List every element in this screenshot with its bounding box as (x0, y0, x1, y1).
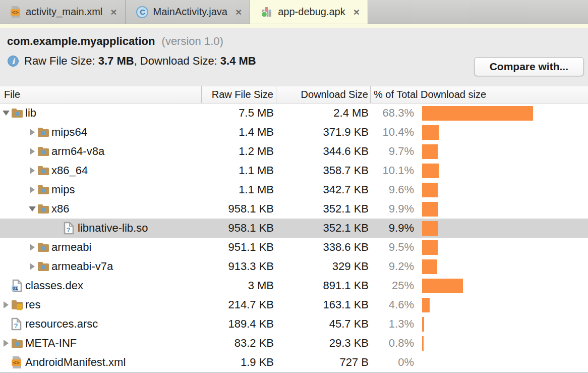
row-AndroidManifest.xml[interactable]: <>AndroidManifest.xml1.9 KB727 B0% (0, 353, 588, 372)
unknown-file-icon: ? (64, 222, 78, 235)
percent-bar-cell (418, 276, 588, 295)
percent-bar (422, 164, 439, 178)
expand-toggle-icon[interactable] (28, 148, 36, 155)
raw-file-size: 951.1 KB (202, 241, 276, 254)
percent-of-total: 68.3% (371, 106, 418, 120)
tab-app-debug.apk[interactable]: app-debug.apk× (250, 0, 368, 24)
expand-toggle-icon[interactable] (28, 186, 36, 193)
raw-size-value: 3.7 MB (98, 55, 134, 67)
file-table-body: lib7.5 MB2.4 MB68.3%mips641.4 MB371.9 KB… (0, 103, 588, 373)
column-header-file[interactable]: File (0, 86, 202, 103)
file-name: x86 (51, 202, 69, 216)
expand-toggle-icon[interactable] (2, 340, 10, 347)
expand-toggle-icon[interactable] (28, 263, 36, 270)
file-name: mips64 (51, 126, 87, 139)
raw-file-size: 1.9 KB (202, 356, 276, 369)
row-mips[interactable]: mips1.1 MB342.7 KB9.6% (0, 180, 588, 199)
file-cell: lib (0, 106, 202, 120)
column-header-download-size[interactable]: Download Size (276, 86, 371, 103)
tree-indent (0, 151, 28, 152)
file-cell: armeabi (0, 241, 202, 254)
apk-header-panel: com.example.myapplication (version 1.0) … (0, 28, 588, 86)
percent-of-total: 4.6% (371, 298, 418, 311)
file-cell: mips64 (0, 126, 202, 139)
raw-file-size: 913.3 KB (202, 260, 276, 273)
expand-toggle-icon[interactable] (28, 167, 36, 174)
download-size: 344.6 KB (276, 145, 371, 158)
svg-text:?: ? (67, 226, 71, 234)
xml-file-icon: <> (11, 356, 25, 369)
tree-indent (0, 324, 2, 325)
file-cell: mips (0, 183, 202, 196)
percent-of-total: 1.3% (371, 317, 418, 331)
percent-bar-cell (418, 295, 588, 314)
raw-file-size: 214.7 KB (202, 298, 276, 311)
file-name: libnative-lib.so (78, 222, 148, 235)
column-header-raw-file-size[interactable]: Raw File Size (202, 86, 276, 103)
row-mips64[interactable]: mips641.4 MB371.9 KB10.4% (0, 123, 588, 142)
download-size: 338.6 KB (276, 241, 371, 254)
percent-bar (422, 221, 438, 236)
percent-of-total: 9.2% (371, 260, 418, 273)
row-libnative-lib.so[interactable]: ?libnative-lib.so958.1 KB352.1 KB9.9% (0, 219, 588, 238)
percent-bar-cell (418, 219, 588, 238)
raw-file-size: 1.1 MB (202, 164, 276, 177)
tab-activity_main.xml[interactable]: <>activity_main.xml× (0, 0, 126, 24)
triangle-right-icon (30, 129, 35, 136)
file-name: mips (51, 183, 75, 196)
row-armeabi-v7a[interactable]: armeabi-v7a913.3 KB329 KB9.2% (0, 257, 588, 276)
folder-icon (37, 242, 51, 253)
raw-file-size: 958.1 KB (202, 222, 276, 235)
row-res[interactable]: res214.7 KB163.1 KB4.6% (0, 295, 588, 314)
percent-bar (422, 336, 424, 351)
percent-of-total: 10.4% (371, 126, 418, 139)
download-size: 371.9 KB (276, 126, 371, 139)
row-x86_64[interactable]: x86_641.1 MB358.7 KB10.1% (0, 161, 588, 180)
percent-bar-cell (418, 314, 588, 334)
expand-toggle-icon[interactable] (2, 301, 10, 308)
download-size: 342.7 KB (276, 183, 371, 196)
folder-icon (37, 146, 51, 157)
percent-of-total: 0.8% (371, 337, 418, 350)
download-size: 163.1 KB (276, 298, 371, 311)
tree-indent (0, 362, 2, 363)
row-META-INF[interactable]: META-INF83.2 KB29.3 KB0.8% (0, 334, 588, 353)
row-classes.dex[interactable]: 01classes.dex3 MB891.1 KB25% (0, 276, 588, 295)
percent-of-total: 10.1% (371, 164, 418, 177)
percent-of-total: 9.5% (371, 241, 418, 254)
collapse-toggle-icon[interactable] (2, 111, 10, 116)
close-icon[interactable]: × (236, 7, 242, 17)
expand-toggle-icon[interactable] (28, 129, 36, 136)
triangle-right-icon (30, 148, 35, 155)
percent-bar-cell (418, 103, 588, 123)
row-armeabi[interactable]: armeabi951.1 KB338.6 KB9.5% (0, 238, 588, 257)
expand-toggle-icon[interactable] (28, 244, 36, 251)
file-name: res (25, 298, 41, 311)
file-cell: armeabi-v7a (0, 260, 202, 273)
row-arm64-v8a[interactable]: arm64-v8a1.2 MB344.6 KB9.7% (0, 142, 588, 161)
raw-file-size: 7.5 MB (202, 106, 276, 120)
close-icon[interactable]: × (110, 7, 116, 17)
percent-of-total: 0% (371, 356, 418, 369)
file-name: lib (25, 106, 36, 120)
file-cell: ?libnative-lib.so (0, 222, 202, 235)
tree-indent (0, 247, 28, 248)
package-name: com.example.myapplication (7, 35, 155, 47)
tree-indent (0, 267, 28, 267)
row-lib[interactable]: lib7.5 MB2.4 MB68.3% (0, 103, 588, 123)
close-icon[interactable]: × (354, 7, 360, 17)
row-resources.arsc[interactable]: ?resources.arsc189.4 KB45.7 KB1.3% (0, 314, 588, 334)
tree-indent (0, 171, 28, 171)
folder-icon (37, 261, 51, 272)
row-x86[interactable]: x86958.1 KB352.1 KB9.9% (0, 199, 588, 219)
tab-MainActivity.java[interactable]: CMainActivity.java× (126, 0, 251, 24)
percent-of-total: 9.9% (371, 222, 418, 235)
file-name: resources.arsc (25, 317, 98, 331)
download-size: 2.4 MB (276, 106, 371, 120)
folder-icon (11, 108, 25, 119)
compare-with-button[interactable]: Compare with... (474, 57, 584, 76)
column-header-percent-of-total[interactable]: % of Total Download size (371, 86, 588, 103)
info-icon: i (7, 55, 19, 67)
collapse-toggle-icon[interactable] (28, 206, 36, 211)
file-name: armeabi-v7a (51, 260, 113, 273)
